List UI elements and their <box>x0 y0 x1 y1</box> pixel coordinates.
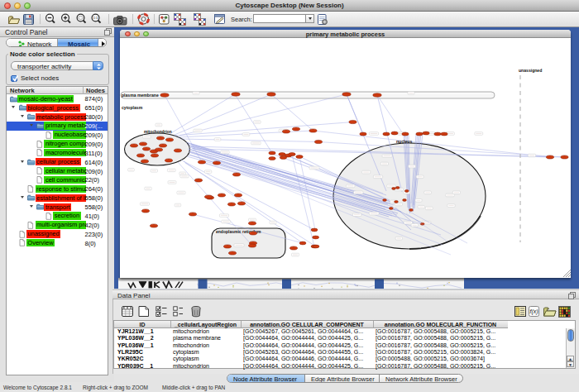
svg-text:plasma membrane: plasma membrane <box>122 93 159 98</box>
svg-text:1:1: 1:1 <box>93 16 99 20</box>
svg-text:nucleus: nucleus <box>396 139 412 144</box>
svg-text:mitochondrion: mitochondrion <box>144 130 172 134</box>
svg-text:f(x): f(x) <box>529 308 538 315</box>
svg-text:cytoplasm: cytoplasm <box>122 105 143 110</box>
svg-text:unassigned: unassigned <box>519 68 542 73</box>
